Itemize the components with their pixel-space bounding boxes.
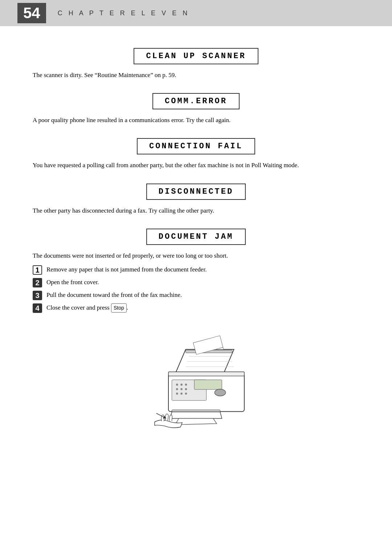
error-box-connection-fail: CONNECTION FAIL <box>137 138 255 154</box>
document-jam-description: The documents were not inserted or fed p… <box>33 251 359 261</box>
step-number-4: 4 <box>33 303 42 313</box>
svg-point-7 <box>176 388 178 390</box>
error-box-comm-error: COMM.ERROR <box>152 93 240 109</box>
svg-rect-1 <box>168 372 244 376</box>
disconnected-description: The other party has disconnected during … <box>33 206 359 215</box>
clean-up-scanner-description: The scanner is dirty. See “Routine Maint… <box>33 70 359 80</box>
fax-machine-illustration <box>127 326 265 435</box>
fax-body <box>155 336 244 428</box>
step-3-text: Pull the document toward the front of th… <box>46 290 182 300</box>
content-area: CLEAN UP SCANNER The scanner is dirty. S… <box>0 26 392 457</box>
section-connection-fail: CONNECTION FAIL You have requested a pol… <box>33 138 359 170</box>
section-clean-up-scanner: CLEAN UP SCANNER The scanner is dirty. S… <box>33 48 359 80</box>
svg-rect-13 <box>194 380 222 390</box>
error-box-disconnected: DISCONNECTED <box>146 184 246 200</box>
fax-machine-illustration-container <box>33 326 359 435</box>
header-bar: 54 C H A P T E R E L E V E N <box>0 0 392 26</box>
section-disconnected: DISCONNECTED The other party has disconn… <box>33 184 359 215</box>
comm-error-description: A poor quality phone line resulted in a … <box>33 115 359 125</box>
svg-point-8 <box>180 388 183 390</box>
svg-point-4 <box>176 383 178 386</box>
svg-point-12 <box>185 392 187 395</box>
step-2: 2 Open the front cover. <box>33 278 359 287</box>
step-number-2: 2 <box>33 278 42 287</box>
error-label-disconnected: DISCONNECTED <box>159 187 233 196</box>
svg-point-14 <box>215 389 225 396</box>
svg-point-11 <box>180 392 183 395</box>
chapter-title: C H A P T E R E L E V E N <box>58 9 189 17</box>
svg-point-5 <box>180 383 183 386</box>
step-number-1: 1 <box>33 265 42 275</box>
error-label-document-jam: DOCUMENT JAM <box>159 232 233 241</box>
svg-point-10 <box>176 392 178 395</box>
page: 54 C H A P T E R E L E V E N CLEAN UP SC… <box>0 0 392 552</box>
stop-button-label: Stop <box>111 303 127 313</box>
step-1-text: Remove any paper that is not jammed from… <box>46 265 207 274</box>
page-number: 54 <box>17 3 46 23</box>
svg-point-6 <box>185 383 187 386</box>
connection-fail-description: You have requested a polling call from a… <box>33 160 359 170</box>
error-label-clean-up-scanner: CLEAN UP SCANNER <box>146 52 246 61</box>
step-1: 1 Remove any paper that is not jammed fr… <box>33 265 359 275</box>
error-label-connection-fail: CONNECTION FAIL <box>149 142 243 151</box>
step-2-text: Open the front cover. <box>46 278 99 287</box>
step-4: 4 Close the cover and press Stop. <box>33 303 359 313</box>
error-box-document-jam: DOCUMENT JAM <box>146 229 246 245</box>
step-3: 3 Pull the document toward the front of … <box>33 290 359 300</box>
section-document-jam: DOCUMENT JAM The documents were not inse… <box>33 229 359 313</box>
error-box-clean-up-scanner: CLEAN UP SCANNER <box>134 48 258 64</box>
svg-point-9 <box>185 388 187 390</box>
step-number-3: 3 <box>33 291 42 300</box>
error-label-comm-error: COMM.ERROR <box>165 97 227 106</box>
section-comm-error: COMM.ERROR A poor quality phone line res… <box>33 93 359 125</box>
step-4-text: Close the cover and press Stop. <box>46 303 128 313</box>
document-jam-steps: 1 Remove any paper that is not jammed fr… <box>33 265 359 313</box>
svg-rect-15 <box>172 410 220 412</box>
